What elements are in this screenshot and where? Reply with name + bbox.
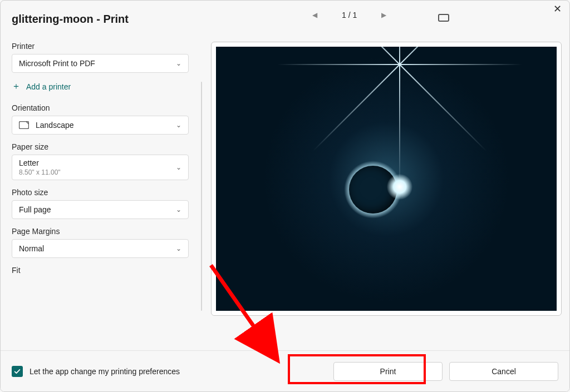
dialog-title: glittering-moon - Print	[12, 13, 129, 26]
printer-label: Printer	[12, 42, 190, 51]
fit-label: Fit	[12, 266, 190, 275]
scroll-indicator[interactable]	[201, 82, 202, 311]
add-printer-link[interactable]: ＋ Add a printer	[12, 81, 190, 92]
photosize-label: Photo size	[12, 188, 190, 197]
page-prev-icon[interactable]: ◀	[312, 11, 317, 19]
photosize-value: Full page	[19, 205, 51, 214]
cancel-button[interactable]: Cancel	[449, 362, 558, 381]
print-button[interactable]: Print	[333, 362, 443, 381]
close-icon[interactable]: ✕	[553, 3, 562, 15]
orientation-select[interactable]: Landscape ⌄	[12, 116, 189, 135]
printer-select[interactable]: Microsoft Print to PDF ⌄	[12, 54, 189, 73]
margins-label: Page Margins	[12, 227, 190, 236]
chevron-down-icon: ⌄	[176, 121, 181, 129]
print-preview	[211, 42, 562, 316]
landscape-icon	[19, 121, 29, 129]
preferences-label: Let the app change my printing preferenc…	[30, 367, 327, 376]
chevron-down-icon: ⌄	[176, 59, 181, 67]
margins-value: Normal	[19, 244, 44, 253]
add-printer-label: Add a printer	[26, 82, 71, 91]
plus-icon: ＋	[12, 81, 21, 92]
fullscreen-icon[interactable]	[438, 14, 449, 22]
margins-select[interactable]: Normal ⌄	[12, 239, 189, 258]
preview-image	[216, 47, 557, 311]
orientation-label: Orientation	[12, 103, 190, 112]
printer-value: Microsoft Print to PDF	[19, 59, 95, 68]
papersize-sub: 8.50" x 11.00"	[19, 168, 61, 176]
page-next-icon[interactable]: ▶	[381, 11, 386, 19]
papersize-value: Letter	[19, 158, 61, 167]
chevron-down-icon: ⌄	[176, 245, 181, 252]
chevron-down-icon: ⌄	[176, 206, 181, 214]
page-count: 1 / 1	[342, 11, 357, 19]
orientation-value: Landscape	[36, 121, 74, 130]
photosize-select[interactable]: Full page ⌄	[12, 200, 189, 219]
chevron-down-icon: ⌄	[176, 163, 181, 171]
papersize-select[interactable]: Letter 8.50" x 11.00" ⌄	[12, 155, 189, 180]
preferences-checkbox[interactable]	[12, 366, 23, 377]
papersize-label: Paper size	[12, 142, 190, 151]
